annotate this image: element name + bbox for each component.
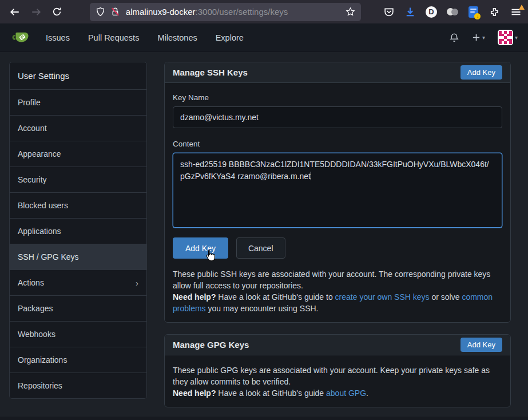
forward-arrow-icon bbox=[31, 7, 41, 17]
gpg-panel-header: Manage GPG Keys Add Key bbox=[165, 335, 510, 355]
update-badge bbox=[519, 5, 525, 10]
ssh-help-text: These public SSH keys are associated wit… bbox=[173, 268, 502, 314]
create-new-button[interactable]: ▾ bbox=[469, 30, 489, 45]
url-path: :3000/user/settings/keys bbox=[196, 7, 288, 17]
notifications-bell-button[interactable] bbox=[446, 29, 463, 46]
content-textarea[interactable]: ssh-ed25519 BBBBC3NzaC1lZDI1NTE5DDDDIDAN… bbox=[173, 153, 502, 228]
create-ssh-keys-link[interactable]: create your own SSH keys bbox=[335, 292, 430, 302]
sidebar-item-appearance[interactable]: Appearance bbox=[10, 141, 146, 167]
add-key-submit-button[interactable]: Add Key bbox=[173, 237, 228, 259]
cancel-button[interactable]: Cancel bbox=[236, 237, 285, 259]
sidebar-item-organizations[interactable]: Organizations bbox=[10, 347, 146, 373]
ssh-panel-body: Key Name Content ssh-ed25519 BBBBC3NzaC1… bbox=[165, 83, 510, 322]
sidebar-item-repositories[interactable]: Repositories bbox=[10, 373, 146, 398]
content-label: Content bbox=[173, 140, 502, 148]
gpg-panel-body: These public GPG keys are associated wit… bbox=[165, 355, 510, 407]
nav-pull-requests[interactable]: Pull Requests bbox=[79, 29, 148, 47]
need-help-label: Need help? bbox=[173, 389, 216, 398]
ssh-add-key-header-button[interactable]: Add Key bbox=[460, 65, 502, 80]
ssh-keys-panel: Manage SSH Keys Add Key Key Name Content… bbox=[164, 62, 511, 323]
gray-extension-icon[interactable] bbox=[446, 6, 459, 18]
sidebar-item-account[interactable]: Account bbox=[10, 115, 146, 141]
gpg-help-text: These public GPG keys are associated wit… bbox=[173, 364, 502, 399]
gpg-add-key-header-button[interactable]: Add Key bbox=[460, 338, 502, 352]
nav-milestones[interactable]: Milestones bbox=[148, 29, 206, 47]
footer-strip bbox=[0, 417, 528, 420]
sidebar-item-security[interactable]: Security bbox=[10, 167, 146, 192]
menu-hamburger-icon[interactable] bbox=[510, 6, 522, 18]
bookmark-star-icon[interactable] bbox=[346, 7, 355, 17]
nav-explore[interactable]: Explore bbox=[207, 29, 253, 47]
ssh-panel-header: Manage SSH Keys Add Key bbox=[165, 62, 510, 83]
about-gpg-link[interactable]: about GPG bbox=[326, 389, 366, 398]
extensions-puzzle-icon[interactable] bbox=[489, 6, 501, 18]
forward-button[interactable] bbox=[27, 3, 45, 21]
gpg-panel-title: Manage GPG Keys bbox=[173, 340, 249, 350]
url-text: almalinux9-docker:3000/user/settings/key… bbox=[126, 7, 340, 17]
gitea-logo[interactable] bbox=[11, 29, 30, 47]
back-arrow-icon bbox=[10, 7, 20, 17]
browser-toolbar: almalinux9-docker:3000/user/settings/key… bbox=[0, 0, 528, 23]
app-navbar: Issues Pull Requests Milestones Explore … bbox=[0, 23, 528, 52]
url-bar[interactable]: almalinux9-docker:3000/user/settings/key… bbox=[90, 3, 361, 21]
ssh-panel-title: Manage SSH Keys bbox=[173, 68, 248, 77]
sidebar-item-webhooks[interactable]: Webhooks bbox=[10, 321, 146, 347]
avatar bbox=[498, 30, 513, 45]
pocket-icon[interactable] bbox=[383, 6, 395, 18]
chevron-down-icon: ▾ bbox=[482, 34, 485, 41]
chevron-right-icon: › bbox=[136, 279, 138, 287]
url-host: almalinux9-docker bbox=[126, 7, 196, 17]
user-menu-button[interactable]: ▾ bbox=[494, 26, 521, 49]
tracking-shield-icon[interactable] bbox=[96, 7, 105, 17]
extension-toolbar: D ↓ bbox=[383, 6, 522, 18]
settings-page: User Settings Profile Account Appearance… bbox=[0, 52, 528, 407]
downloads-icon[interactable] bbox=[404, 6, 416, 18]
sidebar-title: User Settings bbox=[10, 62, 146, 89]
gpg-keys-panel: Manage GPG Keys Add Key These public GPG… bbox=[164, 334, 511, 407]
chevron-down-icon: ▾ bbox=[515, 34, 518, 41]
nav-issues[interactable]: Issues bbox=[37, 29, 79, 47]
settings-main: Manage SSH Keys Add Key Key Name Content… bbox=[164, 62, 511, 407]
key-name-input[interactable] bbox=[173, 106, 502, 128]
bell-icon bbox=[449, 33, 459, 43]
settings-sidebar: User Settings Profile Account Appearance… bbox=[9, 62, 147, 399]
text-caret bbox=[311, 172, 312, 180]
sidebar-item-blocked-users[interactable]: Blocked users bbox=[10, 192, 146, 218]
sidebar-item-profile[interactable]: Profile bbox=[10, 89, 146, 115]
plus-icon bbox=[472, 33, 481, 42]
sidebar-item-applications[interactable]: Applications bbox=[10, 218, 146, 244]
back-button[interactable] bbox=[6, 3, 24, 21]
reload-icon bbox=[52, 7, 62, 17]
sidebar-item-actions[interactable]: Actions› bbox=[10, 270, 146, 295]
reload-button[interactable] bbox=[48, 3, 66, 21]
insecure-lock-icon[interactable] bbox=[110, 6, 121, 18]
key-name-label: Key Name bbox=[173, 93, 502, 102]
need-help-label: Need help? bbox=[173, 292, 216, 302]
duckduckgo-extension-icon[interactable]: D bbox=[425, 6, 438, 18]
sidebar-item-ssh-gpg-keys[interactable]: SSH / GPG Keys bbox=[10, 244, 146, 270]
sidebar-item-packages[interactable]: Packages bbox=[10, 295, 146, 321]
document-extension-icon[interactable]: ↓ bbox=[467, 6, 480, 18]
